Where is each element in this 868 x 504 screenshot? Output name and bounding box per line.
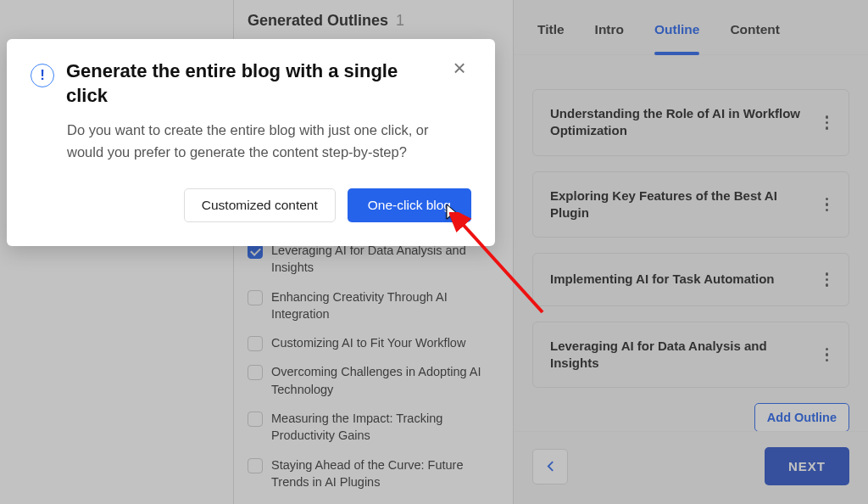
generate-dialog: Generate the entire blog with a single c… <box>7 39 495 246</box>
one-click-blog-button[interactable]: One-click blog <box>348 188 471 222</box>
customized-content-button[interactable]: Customized content <box>184 188 336 222</box>
dialog-title: Generate the entire blog with a single c… <box>66 59 429 108</box>
dialog-description: Do you want to create the entire blog wi… <box>67 120 471 163</box>
info-icon <box>31 64 54 87</box>
close-icon[interactable]: × <box>448 56 471 80</box>
